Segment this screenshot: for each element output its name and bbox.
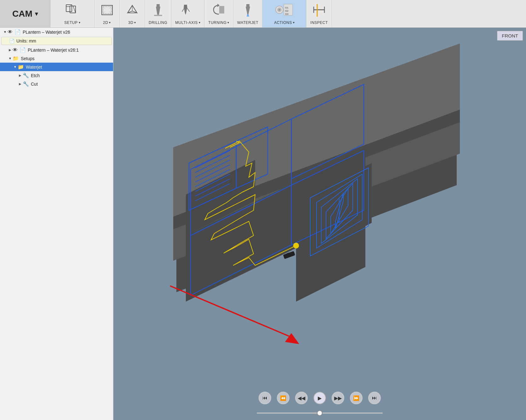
folder-icon-setups: 📁 (13, 55, 19, 61)
svg-marker-17 (246, 7, 250, 15)
toolbar-setup[interactable]: SETUP ▾ (50, 0, 94, 27)
inspect-label: INSPECT (310, 20, 328, 25)
actions-icon: G1 G2 G3 (275, 3, 294, 20)
toolbar-3d[interactable]: 3D ▾ (120, 0, 145, 27)
side-panel: ▼ 👁 📄 PLantern – Waterjet v26 📄 Units: m… (0, 28, 113, 420)
doc-icon-root: 📄 (14, 29, 21, 35)
eye-icon-root: 👁 (8, 29, 13, 35)
tree-label-setups: Setups (21, 56, 35, 61)
tree-arrow-waterjet: ▼ (13, 65, 18, 69)
timeline-thumb[interactable] (317, 410, 323, 416)
svg-text:G3: G3 (285, 13, 289, 15)
2d-label: 2D ▾ (103, 20, 111, 25)
drilling-label: DRILLING (149, 20, 167, 25)
scene-svg (113, 28, 526, 420)
tree-arrow-v261: ▶ (8, 48, 13, 52)
turning-icon (212, 3, 226, 20)
waterjet-label: WATERJET (237, 20, 258, 25)
tree-label-v261: PLantern – Waterjet v26:1 (28, 48, 79, 53)
multiaxis-icon (180, 3, 195, 20)
tree-item-waterjet[interactable]: ▼ 📁 Waterjet (0, 63, 113, 71)
multiaxis-label: MULTI-AXIS ▾ (175, 20, 200, 25)
tree-item-units[interactable]: 📄 Units: mm (1, 37, 112, 45)
tree-arrow-cut: ▶ (18, 82, 23, 86)
toolbar: CAM ▾ SETUP ▾ 2D (0, 0, 526, 28)
svg-text:G1: G1 (285, 6, 289, 9)
tree-item-v261[interactable]: ▶ 👁 📄 PLantern – Waterjet v26:1 (0, 46, 113, 54)
playback-play[interactable]: ▶ (313, 392, 326, 404)
eye-icon-v261: 👁 (13, 47, 18, 53)
turning-label: TURNING ▾ (208, 20, 229, 25)
playback-controls: ⏮ ⏪ ◀◀ ▶ ▶▶ ⏩ ⏭ (259, 392, 381, 404)
svg-rect-15 (219, 6, 224, 14)
timeline-track[interactable] (257, 412, 383, 414)
tree-item-setups[interactable]: ▼ 📁 Setups (0, 54, 113, 63)
front-label: FRONT (497, 31, 523, 41)
playback-first[interactable]: ⏮ (259, 392, 271, 404)
playback-next-fast[interactable]: ⏩ (350, 392, 363, 404)
tree-label-cut: Cut (31, 82, 38, 87)
toolbar-drilling[interactable]: DRILLING (145, 0, 171, 27)
3d-icon (126, 3, 139, 20)
svg-point-66 (294, 243, 299, 248)
tree-label-waterjet: Waterjet (26, 65, 42, 70)
svg-line-4 (73, 6, 76, 13)
tree-arrow-root: ▼ (3, 30, 8, 34)
tool-icon-etch: 🔧 (23, 72, 29, 78)
3d-label: 3D ▾ (128, 20, 136, 25)
tree-item-etch[interactable]: ▶ 🔧 Etch (0, 71, 113, 80)
svg-point-27 (278, 9, 280, 11)
tree-item-root[interactable]: ▼ 👁 📄 PLantern – Waterjet v26 (0, 28, 113, 36)
playback-last[interactable]: ⏭ (368, 392, 381, 404)
doc-icon-v261: 📄 (20, 47, 26, 53)
cam-label: CAM (12, 9, 32, 19)
tree-item-cut[interactable]: ▶ 🔧 Cut (0, 80, 113, 88)
toolbar-turning[interactable]: TURNING ▾ (204, 0, 233, 27)
toolbar-inspect[interactable]: INSPECT (306, 0, 332, 27)
2d-icon (100, 3, 114, 20)
playback-prev[interactable]: ◀◀ (295, 392, 308, 404)
svg-marker-12 (185, 13, 186, 15)
tree-arrow-setups: ▼ (8, 57, 13, 60)
cam-menu[interactable]: CAM ▾ (0, 0, 50, 27)
tree-arrow-etch: ▶ (18, 74, 23, 77)
toolbar-2d[interactable]: 2D ▾ (94, 0, 120, 27)
setup-icon (65, 3, 80, 20)
tree-label-units: Units: mm (16, 38, 36, 43)
svg-rect-6 (157, 4, 160, 7)
svg-line-18 (247, 14, 248, 17)
svg-rect-9 (154, 15, 162, 16)
svg-marker-7 (156, 7, 160, 14)
setup-label: SETUP ▾ (64, 20, 80, 25)
actions-label: ACTIONS ▾ (274, 20, 294, 25)
waterjet-icon (241, 3, 254, 20)
tree-label-root: PLantern – Waterjet v26 (23, 30, 70, 35)
tool-icon-cut: 🔧 (23, 81, 29, 87)
tree-label-etch: Etch (31, 73, 40, 78)
svg-line-20 (248, 14, 249, 17)
drilling-icon (152, 3, 165, 20)
toolbar-multiaxis[interactable]: MULTI-AXIS ▾ (171, 0, 204, 27)
viewport[interactable]: FRONT ⏮ ⏪ ◀◀ ▶ ▶▶ ⏩ ⏭ (113, 28, 526, 420)
toolbar-waterjet[interactable]: WATERJET (233, 0, 262, 27)
playback-prev-fast[interactable]: ⏪ (277, 392, 289, 404)
svg-rect-16 (246, 4, 249, 7)
playback-next[interactable]: ▶▶ (332, 392, 344, 404)
folder-icon-waterjet: 📁 (18, 64, 24, 70)
cam-arrow: ▾ (35, 10, 38, 17)
toolbar-actions[interactable]: G1 G2 G3 ACTIONS ▾ (262, 0, 306, 27)
inspect-icon (312, 3, 326, 20)
doc-icon-units: 📄 (9, 38, 14, 43)
svg-text:G2: G2 (285, 9, 289, 12)
